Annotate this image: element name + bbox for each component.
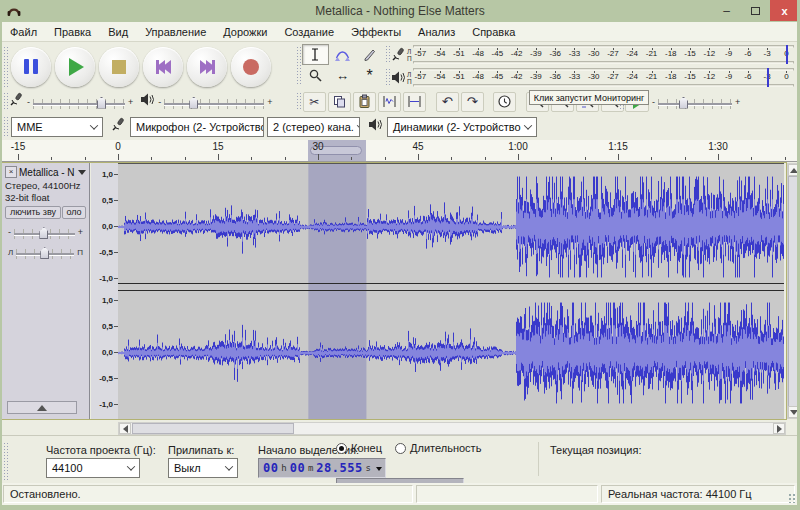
- radio-length[interactable]: Длительность: [395, 442, 481, 454]
- skip-start-icon: [156, 60, 171, 74]
- timeline-tick: [518, 154, 519, 160]
- playback-meter[interactable]: ЛП-57-54-51-48-45-42-39-36-33-30-27-24-2…: [384, 66, 798, 89]
- record-icon: [243, 59, 259, 75]
- meter-db-label: -6: [744, 72, 751, 81]
- grabber-icon[interactable]: [385, 45, 390, 64]
- vertical-ruler[interactable]: 1,00,50,0-0,5-1,01,00,50,0-0,5-1,0: [91, 163, 118, 419]
- timeline-tick: [785, 157, 786, 160]
- menu-2[interactable]: Правка: [54, 26, 91, 38]
- multi-icon: *: [366, 72, 372, 80]
- selection-start-field[interactable]: 00h00m28.555s: [258, 458, 386, 478]
- draw-tool-button[interactable]: [356, 44, 383, 65]
- solo-button[interactable]: оло: [62, 206, 86, 219]
- meter-db-label: -57: [415, 49, 427, 58]
- maximize-button[interactable]: [741, 0, 770, 21]
- meter-db-label: -54: [434, 72, 446, 81]
- minimize-button[interactable]: –: [712, 0, 741, 21]
- scroll-right-button[interactable]: [773, 423, 785, 434]
- meter-db-label: -54: [434, 49, 446, 58]
- audio-host-select[interactable]: MME: [11, 117, 103, 137]
- position-label: Текущая позиция:: [550, 444, 641, 456]
- grabber-icon[interactable]: [296, 92, 301, 111]
- toolbar-divider: [538, 442, 539, 476]
- playback-volume-slider[interactable]: [164, 95, 264, 109]
- snap-to-select[interactable]: Выкл: [168, 458, 238, 478]
- grabber-icon[interactable]: [296, 46, 301, 84]
- radio-off-icon: [395, 443, 406, 454]
- menu-4[interactable]: Управление: [145, 26, 206, 38]
- time-shift-tool-button[interactable]: ↔: [329, 65, 356, 86]
- track-gain-slider[interactable]: [14, 225, 75, 239]
- track-bitdepth: 32-bit float: [5, 192, 86, 204]
- playback-device-select[interactable]: Динамики (2- Устройство: [387, 117, 537, 137]
- trim-outside-button[interactable]: [378, 92, 401, 112]
- meter-db-label: -21: [646, 49, 658, 58]
- scroll-left-button[interactable]: [119, 423, 131, 434]
- menu-7[interactable]: Эффекты: [351, 26, 401, 38]
- close-button[interactable]: x: [770, 0, 799, 21]
- track-close-button[interactable]: ×: [5, 166, 17, 178]
- grabber-icon[interactable]: [3, 92, 8, 111]
- play-button[interactable]: [55, 47, 95, 87]
- recording-meter[interactable]: ЛП-57-54-51-48-45-42-39-36-33-30-27-24-2…: [384, 43, 798, 66]
- track-collapse-button[interactable]: [7, 401, 77, 414]
- selection-tool-button[interactable]: [302, 44, 329, 65]
- horizontal-scroll-thumb[interactable]: [132, 423, 294, 434]
- menu-3[interactable]: Вид: [108, 26, 128, 38]
- microphone-icon: [111, 117, 126, 136]
- skip-to-start-button[interactable]: [143, 47, 183, 87]
- track-menu-icon[interactable]: [78, 170, 86, 175]
- menu-1[interactable]: Файл: [10, 26, 37, 38]
- menu-8[interactable]: Анализ: [418, 26, 455, 38]
- recording-channels-select[interactable]: 2 (стерео) кана.: [267, 117, 360, 137]
- menu-9[interactable]: Справка: [472, 26, 515, 38]
- track-area: × Metallica - N Стерео, 44100Hz 32-bit f…: [0, 162, 800, 421]
- multi-tool-button[interactable]: *: [356, 65, 383, 86]
- chevron-down-icon: [524, 121, 532, 129]
- meter-db-label: -12: [704, 72, 716, 81]
- sync-lock-button[interactable]: [493, 92, 516, 112]
- track-title[interactable]: Metallica - N: [19, 167, 76, 178]
- stop-icon: [112, 60, 126, 74]
- track-pan-slider[interactable]: [16, 245, 74, 259]
- grabber-icon[interactable]: [385, 68, 390, 87]
- meter-db-label: -51: [453, 72, 465, 81]
- pause-button[interactable]: [11, 47, 51, 87]
- grabber-icon[interactable]: [3, 442, 8, 482]
- zoom-tool-button[interactable]: [302, 65, 329, 86]
- menu-6[interactable]: Создание: [284, 26, 334, 38]
- timeline-ruler[interactable]: -1501530451:001:151:30: [0, 140, 800, 162]
- redo-button[interactable]: ↷: [461, 92, 484, 112]
- copy-button[interactable]: [328, 92, 351, 112]
- recording-device-select[interactable]: Микрофон (2- Устройство: [130, 117, 264, 137]
- radio-end[interactable]: Конец: [336, 442, 382, 454]
- speaker-icon: [368, 117, 383, 136]
- playback-speed-slider[interactable]: [658, 95, 732, 109]
- meter-db-label: -15: [684, 72, 696, 81]
- window-border: [0, 505, 800, 510]
- undo-button[interactable]: ↶: [436, 92, 459, 112]
- envelope-tool-button[interactable]: [329, 44, 356, 65]
- silence-button[interactable]: [403, 92, 426, 112]
- meter-db-label: -18: [665, 72, 677, 81]
- skip-to-end-button[interactable]: [187, 47, 227, 87]
- recording-volume-slider[interactable]: [33, 95, 125, 109]
- microphone-icon: [9, 92, 24, 111]
- mute-button[interactable]: лючить зву: [5, 206, 61, 219]
- cut-button[interactable]: ✂: [303, 92, 326, 112]
- field-dropdown-icon[interactable]: [376, 467, 382, 471]
- stop-button[interactable]: [99, 47, 139, 87]
- meter-db-label: -24: [626, 72, 638, 81]
- envelope-icon: [335, 47, 350, 62]
- waveform-display[interactable]: [118, 163, 784, 419]
- grabber-icon[interactable]: [3, 116, 8, 137]
- horizontal-scrollbar[interactable]: [118, 422, 786, 435]
- timeline-tick: [251, 157, 252, 160]
- timeline-label: 15: [212, 141, 223, 152]
- grabber-icon[interactable]: [3, 46, 8, 87]
- menu-5[interactable]: Дорожки: [223, 26, 267, 38]
- channel-labels: ЛП: [407, 71, 412, 85]
- record-button[interactable]: [231, 47, 271, 87]
- project-rate-select[interactable]: 44100: [46, 458, 140, 478]
- paste-button[interactable]: [353, 92, 376, 112]
